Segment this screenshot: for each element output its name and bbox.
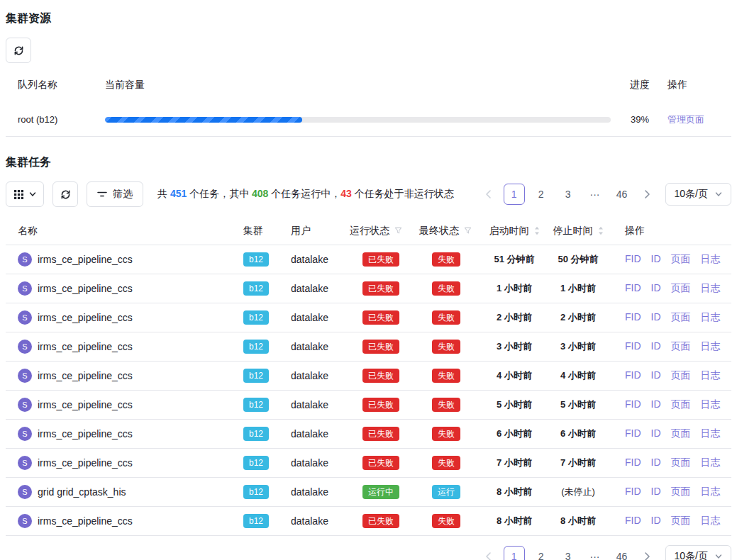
final-status-badge: 失败 — [432, 252, 460, 267]
id-link[interactable]: ID — [651, 398, 661, 411]
final-status-badge: 失败 — [432, 398, 460, 412]
pagination-bottom: 1 2 3 ··· 46 10条/页 — [480, 545, 731, 560]
page-link[interactable]: 页面 — [671, 253, 691, 266]
fid-link[interactable]: FID — [625, 486, 641, 498]
start-time: 1 小时前 — [483, 282, 545, 295]
page-size-value: 10条/页 — [675, 188, 708, 201]
filter-funnel-icon[interactable] — [464, 227, 472, 235]
tasks-refresh-button[interactable] — [52, 181, 78, 207]
final-status-header: 最终状态 — [419, 225, 483, 237]
page-link[interactable]: 页面 — [671, 340, 691, 353]
pagination-page-1[interactable]: 1 — [504, 546, 525, 560]
progress-bar — [105, 117, 611, 123]
fid-link[interactable]: FID — [625, 282, 641, 295]
page-link[interactable]: 页面 — [671, 282, 691, 295]
fid-link[interactable]: FID — [625, 369, 641, 382]
page-link[interactable]: 页面 — [671, 311, 691, 324]
pagination-ellipsis[interactable]: ··· — [584, 184, 606, 205]
pagination-page-1[interactable]: 1 — [504, 184, 525, 205]
tasks-table-header: 名称 集群 用户 运行状态 最终状态 启动时间 — [6, 217, 731, 245]
task-name: irms_ce_pipeline_ccs — [38, 312, 133, 323]
refresh-icon — [13, 45, 24, 56]
sort-icon[interactable] — [534, 226, 540, 235]
id-link[interactable]: ID — [651, 282, 661, 295]
manage-page-link[interactable]: 管理页面 — [667, 114, 704, 125]
page-size-select[interactable]: 10条/页 — [665, 545, 731, 560]
log-link[interactable]: 日志 — [701, 253, 721, 266]
cluster-badge: b12 — [243, 252, 269, 267]
id-link[interactable]: ID — [651, 427, 661, 440]
page-link[interactable]: 页面 — [671, 369, 691, 382]
run-status-badge: 已失败 — [362, 369, 399, 383]
avatar: S — [18, 485, 32, 499]
avatar: S — [18, 281, 32, 296]
id-link[interactable]: ID — [651, 457, 661, 469]
fid-link[interactable]: FID — [625, 340, 641, 353]
task-name: irms_ce_pipeline_ccs — [38, 515, 133, 527]
final-status-badge: 失败 — [432, 340, 460, 354]
pagination-page-2[interactable]: 2 — [531, 184, 552, 205]
pagination-next-icon[interactable] — [638, 184, 657, 205]
task-name: irms_ce_pipeline_ccs — [38, 428, 133, 439]
not-running-tasks-count: 43 — [340, 188, 352, 199]
filter-funnel-icon[interactable] — [394, 227, 402, 235]
pagination-page-46[interactable]: 46 — [611, 546, 633, 560]
log-link[interactable]: 日志 — [701, 369, 721, 382]
id-link[interactable]: ID — [651, 340, 661, 353]
table-row: S grid grid_cptask_his b12 datalake 运行中 … — [6, 478, 731, 507]
log-link[interactable]: 日志 — [701, 340, 721, 353]
log-link[interactable]: 日志 — [701, 282, 721, 295]
page-link[interactable]: 页面 — [671, 486, 691, 498]
pagination-ellipsis[interactable]: ··· — [584, 546, 606, 560]
fid-link[interactable]: FID — [625, 515, 641, 527]
pagination-page-2[interactable]: 2 — [531, 546, 552, 560]
log-link[interactable]: 日志 — [701, 515, 721, 527]
task-name: irms_ce_pipeline_ccs — [38, 457, 133, 469]
pagination-page-3[interactable]: 3 — [558, 184, 579, 205]
sort-icon[interactable] — [598, 226, 604, 235]
fid-link[interactable]: FID — [625, 457, 641, 469]
final-status-badge: 运行 — [432, 485, 460, 499]
run-status-header: 运行状态 — [350, 225, 419, 237]
log-link[interactable]: 日志 — [701, 457, 721, 469]
id-link[interactable]: ID — [651, 515, 661, 527]
pagination-page-3[interactable]: 3 — [558, 546, 579, 560]
cluster-badge: b12 — [243, 369, 269, 383]
progress-fill — [105, 117, 302, 123]
summary-text: 共 — [157, 188, 170, 199]
tasks-table-body: S irms_ce_pipeline_ccs b12 datalake 已失败 … — [6, 245, 731, 536]
id-link[interactable]: ID — [651, 253, 661, 266]
page-link[interactable]: 页面 — [671, 427, 691, 440]
start-time-header: 启动时间 — [483, 225, 545, 237]
resources-refresh-button[interactable] — [6, 38, 31, 63]
page-size-select[interactable]: 10条/页 — [665, 183, 731, 206]
pagination-prev-icon[interactable] — [480, 546, 498, 560]
id-link[interactable]: ID — [651, 311, 661, 324]
fid-link[interactable]: FID — [625, 427, 641, 440]
id-link[interactable]: ID — [651, 369, 661, 382]
log-link[interactable]: 日志 — [701, 486, 721, 498]
page-link[interactable]: 页面 — [671, 515, 691, 527]
page-link[interactable]: 页面 — [671, 457, 691, 469]
table-row: S irms_ce_pipeline_ccs b12 datalake 已失败 … — [6, 362, 731, 391]
log-link[interactable]: 日志 — [701, 311, 721, 324]
name-header: 名称 — [6, 225, 243, 237]
fid-link[interactable]: FID — [625, 253, 641, 266]
pagination-next-icon[interactable] — [638, 546, 657, 560]
stop-time: 7 小时前 — [545, 457, 611, 469]
pagination-page-46[interactable]: 46 — [611, 184, 633, 205]
start-time: 8 小时前 — [483, 515, 545, 527]
fid-link[interactable]: FID — [625, 398, 641, 411]
fid-link[interactable]: FID — [625, 311, 641, 324]
log-link[interactable]: 日志 — [701, 398, 721, 411]
id-link[interactable]: ID — [651, 486, 661, 498]
pagination-prev-icon[interactable] — [480, 184, 498, 205]
task-name: irms_ce_pipeline_ccs — [38, 254, 133, 265]
log-link[interactable]: 日志 — [701, 427, 721, 440]
filter-button[interactable]: 筛选 — [87, 181, 143, 207]
cluster-resources-section: 集群资源 队列名称 当前容量 进度 操作 root (b12) — [6, 11, 731, 137]
page-link[interactable]: 页面 — [671, 398, 691, 411]
stop-time: 5 小时前 — [545, 398, 611, 411]
stop-time: 8 小时前 — [545, 515, 611, 527]
column-settings-dropdown[interactable] — [6, 181, 44, 207]
